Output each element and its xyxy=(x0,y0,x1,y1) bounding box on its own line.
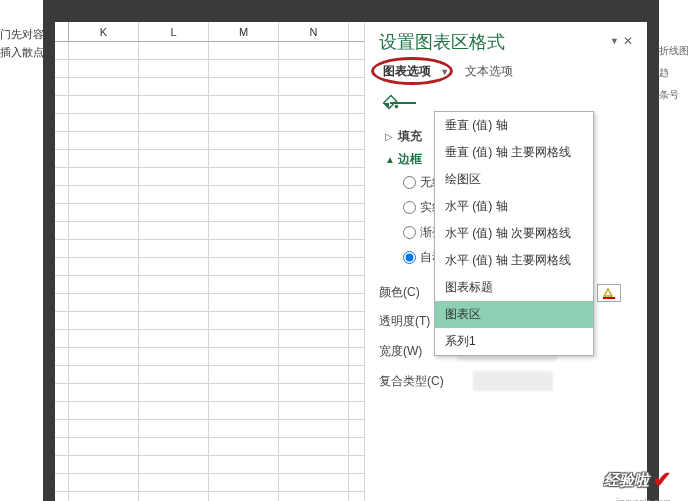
spreadsheet-grid[interactable]: K L M N xyxy=(55,22,365,501)
table-row[interactable] xyxy=(55,312,364,330)
dropdown-item[interactable]: 垂直 (值) 轴 主要网格线 xyxy=(435,139,593,166)
task-pane-dropdown-icon[interactable]: ▼ xyxy=(610,36,619,46)
table-row[interactable] xyxy=(55,132,364,150)
color-picker-button[interactable] xyxy=(597,284,621,302)
left-truncated-text: 门先对容 插入散点 xyxy=(0,15,43,501)
close-icon[interactable]: ✕ xyxy=(623,34,633,48)
table-row[interactable] xyxy=(55,60,364,78)
table-row[interactable] xyxy=(55,42,364,60)
dropdown-item[interactable]: 水平 (值) 轴 次要网格线 xyxy=(435,220,593,247)
pane-title: 设置图表区格式 xyxy=(379,30,637,54)
table-row[interactable] xyxy=(55,438,364,456)
chart-element-dropdown: 垂直 (值) 轴垂直 (值) 轴 主要网格线绘图区水平 (值) 轴水平 (值) … xyxy=(434,111,594,356)
triangle-right-icon: ▷ xyxy=(385,131,395,142)
table-row[interactable] xyxy=(55,294,364,312)
watermark-text: 经验啦 xyxy=(604,471,649,490)
table-row[interactable] xyxy=(55,474,364,492)
compound-type-picker[interactable] xyxy=(473,371,553,391)
compound-type-label: 复合类型(C) xyxy=(379,373,467,390)
dropdown-item[interactable]: 垂直 (值) 轴 xyxy=(435,112,593,139)
triangle-down-icon: ▲ xyxy=(385,154,395,165)
dropdown-item[interactable]: 图表区 xyxy=(435,301,593,328)
trunc-text-1: 门先对容 xyxy=(0,25,43,43)
watermark-check-icon: ✔ xyxy=(653,467,671,493)
table-row[interactable] xyxy=(55,204,364,222)
chevron-down-icon[interactable]: ▼ xyxy=(440,67,449,77)
watermark: 经验啦 ✔ xyxy=(604,467,671,493)
table-row[interactable] xyxy=(55,258,364,276)
right-truncated-text: 折线图 趋 条号 xyxy=(659,30,699,501)
table-row[interactable] xyxy=(55,150,364,168)
table-row[interactable] xyxy=(55,168,364,186)
table-row[interactable] xyxy=(55,456,364,474)
column-header-n[interactable]: N xyxy=(279,22,349,41)
chart-options-button[interactable]: 图表选项 xyxy=(379,62,435,81)
column-header-l[interactable]: L xyxy=(139,22,209,41)
table-row[interactable] xyxy=(55,348,364,366)
table-row[interactable] xyxy=(55,384,364,402)
dropdown-item[interactable]: 图表标题 xyxy=(435,274,593,301)
text-options-button[interactable]: 文本选项 xyxy=(465,64,513,78)
column-header-k[interactable]: K xyxy=(69,22,139,41)
table-row[interactable] xyxy=(55,78,364,96)
table-row[interactable] xyxy=(55,492,364,501)
dropdown-item[interactable]: 绘图区 xyxy=(435,166,593,193)
table-row[interactable] xyxy=(55,276,364,294)
table-row[interactable] xyxy=(55,240,364,258)
table-row[interactable] xyxy=(55,330,364,348)
table-row[interactable] xyxy=(55,420,364,438)
svg-rect-1 xyxy=(603,297,615,299)
column-header-m[interactable]: M xyxy=(209,22,279,41)
dropdown-item[interactable]: 系列1 xyxy=(435,328,593,355)
table-row[interactable] xyxy=(55,114,364,132)
table-row[interactable] xyxy=(55,402,364,420)
table-row[interactable] xyxy=(55,222,364,240)
watermark-url: jingyanla.com xyxy=(616,497,671,501)
dropdown-item[interactable]: 水平 (值) 轴 主要网格线 xyxy=(435,247,593,274)
table-row[interactable] xyxy=(55,186,364,204)
svg-point-0 xyxy=(395,104,399,108)
dropdown-item[interactable]: 水平 (值) 轴 xyxy=(435,193,593,220)
trunc-text-2: 插入散点 xyxy=(0,43,43,61)
table-row[interactable] xyxy=(55,96,364,114)
table-row[interactable] xyxy=(55,366,364,384)
format-chart-area-pane: ▼ ✕ 设置图表区格式 图表选项 ▼ 文本选项 ▷ 填充 ▲ 边框 xyxy=(365,22,647,501)
